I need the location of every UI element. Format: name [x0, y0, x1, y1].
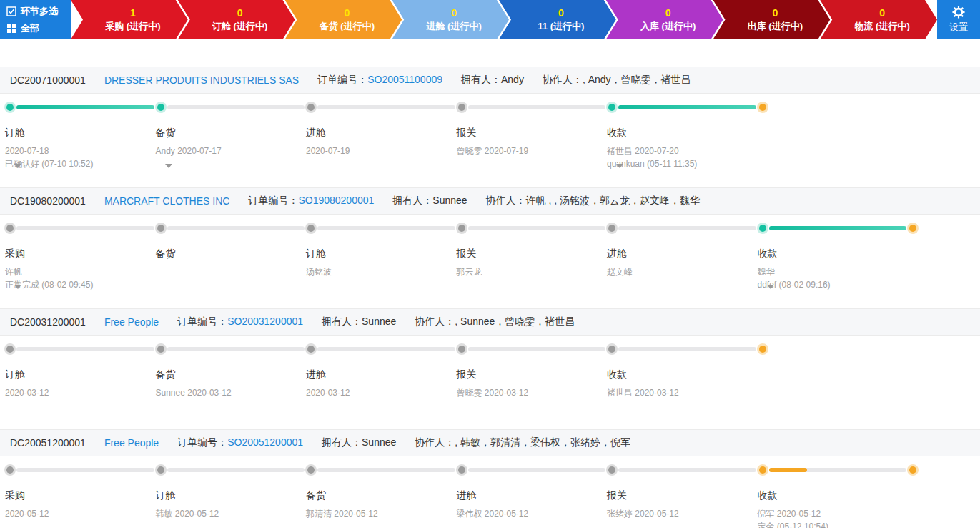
order-card-id: DC20071000001 — [10, 74, 86, 86]
owner-label: 拥有人： — [392, 195, 432, 206]
step-node-icon — [157, 225, 164, 232]
chevron-down-icon[interactable] — [616, 164, 623, 168]
chevron-down-icon[interactable] — [14, 285, 21, 289]
step-text: 订舱 2020-07-18 已确认好 (07-10 10:52) — [5, 127, 152, 170]
stage-label: 备货 (进行中) — [320, 20, 375, 33]
step-node-icon — [6, 225, 14, 232]
timeline-step: 订舱 2020-03-12 — [5, 336, 156, 429]
step-subtitle: 2020-07-19 — [306, 145, 452, 157]
step-node-icon — [307, 346, 315, 353]
order-timeline: 订舱 2020-03-12 备货 Sunnee 2020-03-12 进舱 20… — [0, 336, 980, 429]
stage-count: 0 — [879, 7, 885, 19]
order-no-pair: 订单编号：SO19080200001 — [248, 195, 374, 207]
order-no-link[interactable]: SO20031200001 — [227, 316, 303, 327]
card-header: DC20031200001 Free People 订单编号：SO2003120… — [0, 308, 980, 336]
step-name: 订舱 — [156, 489, 302, 502]
step-subtitle: 2020-07-18 — [5, 145, 152, 157]
timeline-step: 进舱 梁伟权 2020-05-12 — [457, 456, 608, 528]
step-node-icon — [307, 225, 315, 232]
multi-select-label: 环节多选 — [21, 5, 58, 18]
step-node-icon — [458, 346, 465, 353]
collaborators-pair: 协作人：, Sunnee，曾晓雯，褚世昌 — [415, 316, 575, 328]
step-node-icon — [759, 225, 766, 232]
order-card-id: DC20051200001 — [10, 437, 86, 449]
stage-label: 入库 (进行中) — [640, 20, 696, 33]
owner-pair: 拥有人：Sunnee — [322, 436, 396, 449]
step-subtitle: Sunnee 2020-03-12 — [156, 386, 302, 399]
order-no-pair: 订单编号：SO20031200001 — [177, 316, 303, 328]
pipeline-stage[interactable]: 0 出库 (进行中) — [713, 0, 831, 39]
pipeline-stage[interactable]: 0 进舱 (进行中) — [392, 0, 509, 39]
step-text: 进舱 2020-03-12 — [306, 368, 452, 399]
timeline-step: 进舱 赵文峰 — [607, 215, 758, 308]
card-header: DC20051200001 Free People 订单编号：SO2005120… — [0, 429, 980, 456]
step-subtitle: 郭云龙 — [457, 265, 603, 278]
step-name: 收款 — [607, 368, 753, 381]
step-subtitle: 褚世昌 2020-03-12 — [607, 386, 753, 399]
order-card: DC20031200001 Free People 订单编号：SO2003120… — [0, 308, 980, 429]
order-no-link[interactable]: SO20051100009 — [367, 74, 442, 85]
timeline-step: 备货 — [156, 215, 307, 308]
chevron-down-icon[interactable] — [767, 285, 774, 289]
collaborators-pair: 协作人：, Andy，曾晓雯，褚世昌 — [543, 74, 691, 87]
pipeline-stage[interactable]: 0 备货 (进行中) — [285, 0, 402, 39]
collaborators-value: , Sunnee，曾晓雯，褚世昌 — [455, 316, 575, 327]
step-subtitle: 梁伟权 2020-05-12 — [457, 507, 603, 520]
owner-value: Sunnee — [432, 195, 467, 206]
step-subtitle: 韩敏 2020-05-12 — [156, 507, 302, 520]
step-node-icon — [458, 104, 465, 111]
pipeline-stage[interactable]: 0 订舱 (进行中) — [178, 0, 295, 39]
chevron-down-icon[interactable] — [14, 164, 21, 168]
settings-button[interactable]: 设置 — [937, 0, 980, 39]
customer-link[interactable]: Free People — [104, 437, 159, 449]
order-cards: DC20071000001 DRESSER PRODUITS INDUSTRIE… — [0, 67, 980, 528]
step-name: 备货 — [156, 248, 302, 260]
step-text: 订舱 韩敏 2020-05-12 — [156, 489, 302, 520]
order-no-link[interactable]: SO20051200001 — [227, 436, 303, 448]
order-card: DC20071000001 DRESSER PRODUITS INDUSTRIE… — [0, 67, 980, 187]
all-filter[interactable]: 全部 — [6, 22, 64, 35]
step-subtitle: 赵文峰 — [607, 265, 753, 278]
step-subtitle: 汤铭波 — [306, 265, 452, 278]
step-node-icon — [6, 346, 14, 353]
step-text: 收款 褚世昌 2020-03-12 — [607, 368, 753, 399]
stage-count: 0 — [344, 7, 350, 19]
pipeline-stage[interactable]: 0 11 (进行中) — [499, 0, 616, 39]
pipeline-stage[interactable]: 0 物流 (进行中) — [820, 0, 937, 39]
customer-link[interactable]: DRESSER PRODUITS INDUSTRIELS SAS — [104, 74, 299, 86]
collaborators-label: 协作人： — [415, 436, 455, 448]
order-no-link[interactable]: SO19080200001 — [298, 195, 374, 206]
stage-count: 0 — [772, 7, 778, 19]
step-text: 报关 张绪婷 2020-05-12 — [607, 489, 753, 520]
step-subtitle: 2020-05-12 — [5, 507, 152, 520]
timeline-step: 收款 褚世昌 2020-03-12 — [607, 336, 758, 429]
stage-label: 采购 (进行中) — [105, 20, 160, 33]
step-subtitle: 曾晓雯 2020-07-19 — [457, 145, 603, 157]
owner-value: Andy — [501, 74, 524, 85]
step-node-icon — [608, 346, 615, 353]
step-node-icon — [307, 466, 315, 474]
customer-link[interactable]: MARCRAFT CLOTHES INC — [104, 195, 230, 207]
step-name: 报关 — [607, 489, 753, 502]
step-node-icon — [157, 466, 164, 474]
step-text: 订舱 2020-03-12 — [5, 368, 152, 399]
collaborators-value: 许帆 , , 汤铭波，郭云龙，赵文峰，魏华 — [526, 195, 700, 206]
pipeline-stage[interactable]: 1 采购 (进行中) — [71, 0, 188, 39]
step-text: 进舱 梁伟权 2020-05-12 — [457, 489, 603, 520]
pipeline-stages: 1 采购 (进行中) 0 订舱 (进行中) 0 备货 (进行中) 0 进舱 (进… — [71, 0, 937, 39]
step-name: 收款 — [758, 248, 904, 260]
timeline-step: 备货 郭清清 2020-05-12 — [306, 456, 457, 528]
step-text: 报关 曾晓雯 2020-07-19 — [457, 127, 603, 157]
step-subtitle: 魏华 — [758, 265, 904, 278]
multi-select-filter[interactable]: 环节多选 — [6, 5, 64, 18]
timeline-step: 采购 2020-05-12 — [5, 456, 156, 528]
collaborators-label: 协作人： — [486, 195, 526, 206]
step-name: 进舱 — [457, 489, 603, 502]
pipeline-stage[interactable]: 0 入库 (进行中) — [606, 0, 723, 39]
step-node-icon — [458, 466, 465, 474]
customer-link[interactable]: Free People — [104, 316, 159, 328]
timeline-step: 收款 褚世昌 2020-07-20 quankuan (05-11 11:35) — [607, 94, 758, 187]
order-timeline: 采购 许帆 正常完成 (08-02 09:45) 备货 订舱 汤铭波 报关 郭云… — [0, 215, 980, 308]
chevron-down-icon[interactable] — [165, 164, 172, 168]
owner-pair: 拥有人：Sunnee — [322, 316, 396, 328]
